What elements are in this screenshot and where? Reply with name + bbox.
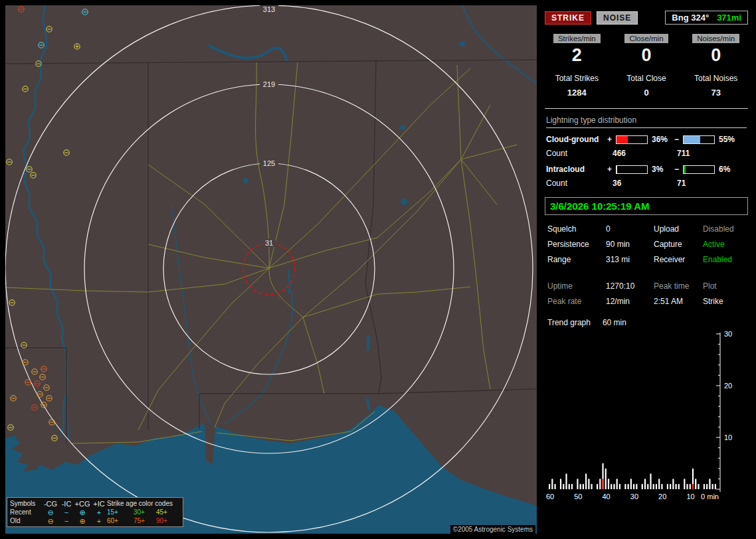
ic-negative-pct: 6% (719, 165, 740, 174)
cloud-ground-label: Cloud-ground (546, 135, 606, 144)
peak-rate-value: 12/min (606, 297, 654, 306)
trend-y-tick: 20 (724, 382, 732, 390)
strikes-per-min-counter: Strikes/min 2 (542, 34, 612, 66)
plus-sign: + (606, 135, 613, 144)
close-per-min-label[interactable]: Close/min (624, 34, 668, 43)
old-ic-pos-icon: + (91, 518, 107, 524)
legend-col-cg-pos: +CG (74, 501, 91, 507)
map-canvas[interactable]: 313 219 125 31 (5, 5, 537, 534)
legend-col-ic-pos: +IC (91, 501, 107, 507)
ic-negative-count: 71 (677, 179, 741, 188)
minus-sign: − (673, 135, 680, 144)
receiver-label: Receiver (654, 255, 703, 264)
total-strikes: Total Strikes 1284 (542, 74, 612, 98)
lake-martin (401, 198, 407, 205)
total-close-value: 0 (612, 88, 682, 98)
ic-count-row: Count 36 71 (542, 179, 751, 188)
trend-axis-labels: 3020106050403020100 min (546, 330, 732, 501)
bearing-value: Bng 324° (672, 13, 709, 23)
old-cg-neg-icon: ⊖ (42, 518, 59, 524)
trend-x-tick: 20 (658, 493, 666, 501)
close-per-min-value: 0 (612, 45, 682, 66)
trend-axis (716, 333, 720, 492)
age-45: 45+ (156, 508, 180, 516)
plot-label: Plot (703, 281, 753, 291)
uptime-label: Uptime (547, 281, 606, 291)
receiver-status: Enabled (703, 255, 753, 264)
peak-time-value: 2:51 AM (654, 297, 703, 306)
trend-y-tick: 30 (724, 330, 732, 338)
cg-positive-bar (616, 135, 648, 144)
lightning-map[interactable]: 313 219 125 31 Symbols -CG -IC +CG +IC S… (5, 5, 537, 534)
range-value: 313 mi (606, 255, 654, 264)
persistence-value: 90 min (606, 240, 654, 249)
stats-grid: Uptime 1270:10 Peak time Plot Peak rate … (542, 281, 751, 306)
ring-label-313: 313 (263, 5, 275, 13)
legend-age-title: Strike age color codes (107, 500, 180, 507)
recent-ic-pos-icon: + (91, 509, 107, 516)
plot-value: Strike (703, 297, 753, 306)
lake (243, 178, 248, 183)
recent-ic-neg-icon: − (59, 509, 74, 516)
trend-x-tick: 0 min (701, 493, 719, 501)
lake (400, 125, 405, 130)
old-ic-neg-icon: − (59, 518, 74, 524)
peak-rate-label: Peak rate (547, 297, 606, 306)
recent-cg-neg-icon: ⊖ (42, 509, 59, 516)
cg-positive-pct: 36% (652, 135, 673, 144)
capture-status: Active (703, 240, 753, 249)
cg-positive-count: 466 (613, 149, 677, 158)
close-per-min-counter: Close/min 0 (612, 34, 682, 66)
mode-toolbar: STRIKE NOISE Bng 324° 371mi (542, 5, 751, 25)
ic-positive-count: 36 (613, 179, 677, 188)
legend-old-label: Old (10, 517, 42, 524)
status-sidebar: STRIKE NOISE Bng 324° 371mi Strikes/min … (542, 5, 751, 534)
legend-recent-label: Recent (10, 508, 42, 516)
datetime-display: 3/6/2026 10:25:19 AM (545, 197, 748, 215)
noises-per-min-label[interactable]: Noises/min (692, 34, 739, 43)
upload-label: Upload (654, 224, 703, 234)
noise-button[interactable]: NOISE (597, 11, 638, 25)
trend-graph-label: Trend graph (547, 318, 591, 327)
peak-time-label: Peak time (654, 281, 703, 291)
upload-status: Disabled (703, 224, 753, 234)
capture-label: Capture (654, 240, 703, 249)
ring-label-125: 125 (263, 159, 275, 167)
uptime-value: 1270:10 (606, 281, 654, 291)
trend-x-tick: 10 (686, 493, 694, 501)
divider (545, 108, 748, 109)
trend-chart-canvas: 3020106050403020100 min (546, 330, 745, 501)
trend-x-tick: 60 (546, 493, 554, 501)
total-noises-value: 73 (681, 88, 751, 98)
bearing-box: Bng 324° 371mi (665, 11, 748, 25)
trend-x-tick: 50 (574, 493, 582, 501)
cloud-ground-row: Cloud-ground + 36% − 55% (542, 135, 751, 144)
cg-negative-pct: 55% (719, 135, 740, 144)
noises-per-min-value: 0 (681, 45, 751, 66)
legend-col-ic-neg: -IC (59, 501, 74, 507)
range-label: Range (547, 255, 606, 264)
trend-bars (549, 463, 716, 489)
total-noises-label: Total Noises (694, 74, 737, 83)
trend-y-tick: 10 (724, 433, 732, 441)
age-75: 75+ (134, 517, 156, 524)
plus-sign: + (606, 165, 613, 174)
strikes-per-min-label[interactable]: Strikes/min (553, 34, 601, 43)
minus-sign: − (673, 165, 680, 174)
cg-count-row: Count 466 711 (542, 149, 751, 158)
noises-per-min-counter: Noises/min 0 (681, 34, 751, 66)
copyright-text: ©2005 Astrogenic Systems (450, 525, 535, 534)
total-close: Total Close 0 (612, 74, 682, 98)
strike-button[interactable]: STRIKE (545, 11, 591, 25)
distribution-title: Lightning type distribution (546, 116, 747, 128)
map-legend: Symbols -CG -IC +CG +IC Strike age color… (7, 497, 183, 527)
strikes-per-min-value: 2 (542, 45, 612, 66)
total-strikes-label: Total Strikes (555, 74, 599, 83)
legend-symbols-label: Symbols (10, 500, 42, 507)
trend-header: Trend graph 60 min (542, 318, 751, 327)
rate-counters: Strikes/min 2 Close/min 0 Noises/min 0 (542, 34, 751, 66)
recent-cg-pos-icon: ⊕ (74, 509, 91, 516)
count-label: Count (546, 179, 613, 188)
ic-positive-pct: 3% (652, 165, 673, 174)
age-15: 15+ (107, 508, 134, 516)
